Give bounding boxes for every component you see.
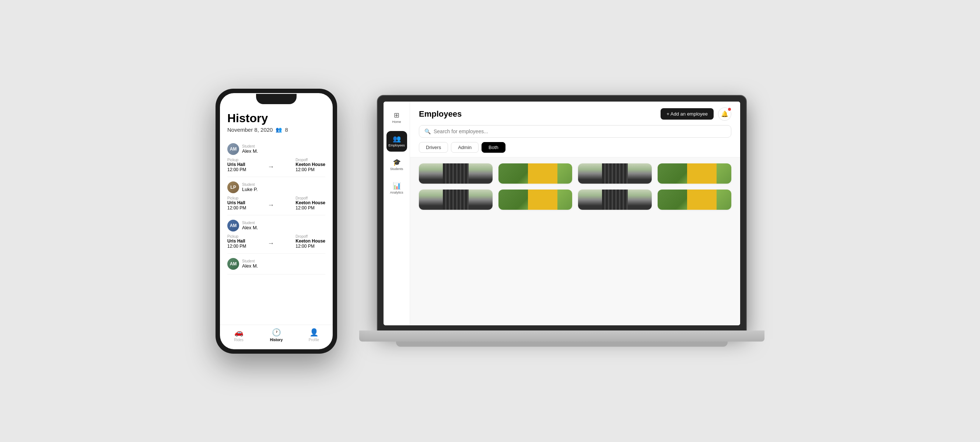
sidebar-item-employees[interactable]: 👥 Employees [387, 131, 407, 152]
employee-card[interactable]: James Louis jl253 ⊙ Driver [578, 190, 652, 210]
people-count: 8 [285, 127, 288, 133]
analytics-icon: 📊 [393, 182, 401, 190]
student-label: Student [242, 221, 258, 225]
employee-photo [498, 163, 572, 184]
employee-card[interactable]: Martha Stuart mp253 👤 Admin [658, 190, 731, 210]
nav-profile[interactable]: 👤 Profile [295, 328, 332, 342]
dropoff-label: Dropoff [296, 158, 325, 162]
dropoff-location: Dropoff Keeton House 12:00 PM [296, 158, 325, 172]
pickup-name: Uris Hall [228, 200, 246, 205]
screen-title: History [228, 111, 325, 125]
ride-item[interactable]: AM Student Alex M. Pickup Uris Hall 12:0… [228, 139, 325, 177]
employee-card[interactable]: Martha Stuart mp253 👤 Admin [498, 163, 572, 184]
dropoff-name: Keeton House [296, 200, 325, 205]
employee-grid: James Louis jl253 ⊙ Driver [410, 157, 740, 325]
avatar: AM [228, 143, 239, 155]
nav-history[interactable]: 🕐 History [258, 328, 295, 342]
dropoff-name: Keeton House [296, 238, 325, 244]
sidebar-item-analytics[interactable]: 📊 Analytics [387, 178, 407, 199]
avatar: LP [228, 181, 239, 193]
profile-icon: 👤 [309, 328, 319, 337]
pickup-time: 12:00 PM [228, 167, 246, 172]
beard [610, 190, 620, 192]
employee-photo [419, 163, 493, 184]
dropoff-name: Keeton House [296, 162, 325, 167]
beard [610, 163, 620, 166]
add-employee-button[interactable]: + Add an employee [660, 108, 714, 120]
dropoff-time: 12:00 PM [296, 244, 325, 249]
rides-label: Rides [234, 338, 243, 342]
header-actions: + Add an employee 🔔 [660, 108, 731, 121]
student-row: AM Student Alex M. [228, 258, 325, 270]
employee-card[interactable]: James Louis jl253 ⊙ Driver [578, 163, 652, 184]
pickup-label: Pickup [228, 158, 246, 162]
notifications-button[interactable]: 🔔 [718, 108, 731, 121]
dropoff-location: Dropoff Keeton House 12:00 PM [296, 196, 325, 211]
laptop-foot [396, 342, 728, 347]
students-icon: 🎓 [393, 158, 401, 166]
pickup-location: Pickup Uris Hall 12:00 PM [228, 196, 246, 211]
phone-content: History November 8, 2020 👥 8 AM Student … [220, 93, 332, 325]
pickup-location: Pickup Uris Hall 12:00 PM [228, 158, 246, 172]
pickup-name: Uris Hall [228, 162, 246, 167]
employee-photo [658, 163, 731, 184]
pickup-location: Pickup Uris Hall 12:00 PM [228, 234, 246, 249]
dropoff-label: Dropoff [296, 196, 325, 200]
ride-item[interactable]: AM Student Alex M. Pickup Uris Hall 12:0… [228, 215, 325, 253]
filter-both[interactable]: Both [482, 142, 506, 153]
phone-device: History November 8, 2020 👥 8 AM Student … [216, 89, 337, 354]
date-row: November 8, 2020 👥 8 [228, 127, 325, 133]
student-info: Student Alex M. [242, 144, 258, 154]
profile-label: Profile [309, 338, 319, 342]
dropoff-time: 12:00 PM [296, 205, 325, 211]
home-icon: ⊞ [394, 111, 399, 119]
header-top: Employees + Add an employee 🔔 [419, 108, 731, 121]
filter-admin[interactable]: Admin [451, 142, 479, 153]
pickup-time: 12:00 PM [228, 244, 246, 249]
sidebar-label-home: Home [392, 120, 401, 124]
sidebar-item-students[interactable]: 🎓 Students [387, 155, 407, 175]
dropoff-label: Dropoff [296, 234, 325, 238]
pickup-label: Pickup [228, 196, 246, 200]
employee-photo [658, 190, 731, 210]
employee-photo [578, 163, 652, 184]
sidebar-label-students: Students [390, 168, 403, 171]
ride-item[interactable]: AM Student Alex M. [228, 253, 325, 274]
pickup-time: 12:00 PM [228, 205, 246, 211]
employee-card[interactable]: James Louis jl253 ⊙ Driver [419, 190, 493, 210]
employees-icon: 👥 [393, 135, 401, 143]
history-date: November 8, 2020 [228, 127, 273, 133]
student-info: Student Alex M. [242, 259, 258, 269]
main-content: Employees + Add an employee 🔔 🔍 [410, 101, 740, 325]
beard [451, 163, 461, 166]
sidebar: ⊞ Home 👥 Employees 🎓 Students 📊 Analytic… [383, 101, 410, 325]
sidebar-item-home[interactable]: ⊞ Home [387, 108, 407, 128]
ride-route: Pickup Uris Hall 12:00 PM → Dropoff Keet… [228, 158, 325, 172]
employee-card[interactable]: James Louis jl253 ⊙ Driver [419, 163, 493, 184]
student-info: Student Alex M. [242, 221, 258, 230]
employee-photo [419, 190, 493, 210]
filter-drivers[interactable]: Drivers [419, 142, 448, 153]
laptop-outer: ⊞ Home 👥 Employees 🎓 Students 📊 Analytic… [378, 96, 746, 331]
employee-card[interactable]: Martha Stuart mp253 👤 Admin [498, 190, 572, 210]
nav-rides[interactable]: 🚗 Rides [220, 328, 258, 342]
student-name: Alex M. [242, 225, 258, 230]
pickup-label: Pickup [228, 234, 246, 238]
avatar: AM [228, 220, 239, 231]
student-row: AM Student Alex M. [228, 220, 325, 231]
route-arrow: → [248, 196, 294, 209]
rides-icon: 🚗 [234, 328, 243, 337]
employee-card[interactable]: Martha Stuart mp253 👤 Admin [658, 163, 731, 184]
people-icon: 👥 [275, 127, 282, 133]
beard [451, 190, 461, 192]
search-input[interactable] [434, 128, 726, 134]
avatar: AM [228, 258, 239, 270]
notification-badge [727, 107, 732, 111]
student-name: Luke P. [242, 187, 258, 192]
ride-list: AM Student Alex M. Pickup Uris Hall 12:0… [228, 139, 325, 274]
student-name: Alex M. [242, 263, 258, 269]
ride-item[interactable]: LP Student Luke P. Pickup Uris Hall 12:0… [228, 177, 325, 215]
search-bar[interactable]: 🔍 [419, 125, 731, 138]
student-info: Student Luke P. [242, 182, 258, 192]
sidebar-label-employees: Employees [388, 144, 405, 147]
